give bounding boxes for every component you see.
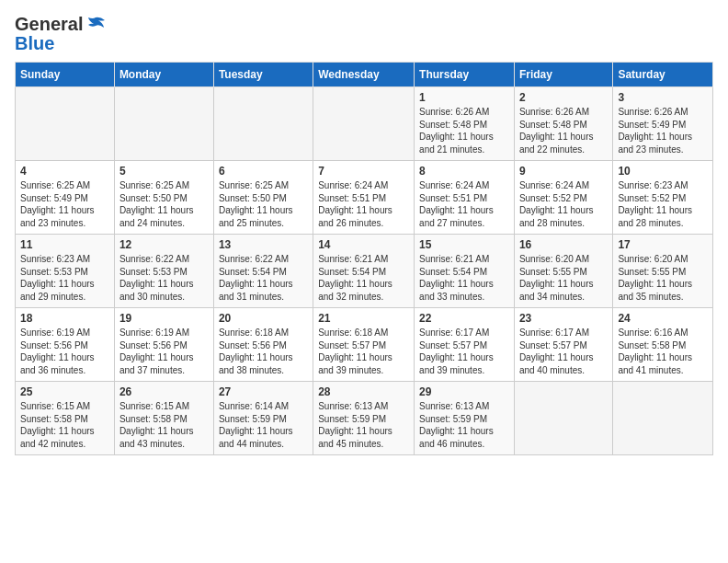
day-number: 7 [318, 165, 409, 178]
table-row: 16Sunrise: 6:20 AM Sunset: 5:55 PM Dayli… [514, 235, 612, 308]
day-number: 25 [20, 385, 109, 398]
day-number: 10 [618, 165, 708, 178]
day-number: 19 [119, 312, 209, 325]
cell-info: Sunrise: 6:14 AM Sunset: 5:59 PM Dayligh… [219, 400, 308, 450]
table-row: 11Sunrise: 6:23 AM Sunset: 5:53 PM Dayli… [16, 235, 115, 308]
day-number: 29 [419, 385, 509, 398]
calendar-body: 1Sunrise: 6:26 AM Sunset: 5:48 PM Daylig… [16, 87, 713, 455]
table-row [514, 382, 612, 455]
col-saturday: Saturday [613, 63, 713, 87]
cell-info: Sunrise: 6:18 AM Sunset: 5:56 PM Dayligh… [219, 327, 308, 376]
logo: General Blue [15, 15, 106, 54]
cell-info: Sunrise: 6:26 AM Sunset: 5:48 PM Dayligh… [519, 106, 608, 155]
day-number: 16 [519, 238, 608, 251]
table-row: 19Sunrise: 6:19 AM Sunset: 5:56 PM Dayli… [114, 308, 213, 382]
table-row [313, 87, 415, 161]
table-row [16, 87, 115, 161]
table-row [114, 87, 213, 161]
table-row: 3Sunrise: 6:26 AM Sunset: 5:49 PM Daylig… [613, 87, 713, 161]
cell-info: Sunrise: 6:13 AM Sunset: 5:59 PM Dayligh… [318, 400, 409, 450]
table-row: 10Sunrise: 6:23 AM Sunset: 5:52 PM Dayli… [613, 161, 713, 235]
col-wednesday: Wednesday [313, 63, 415, 87]
table-row: 14Sunrise: 6:21 AM Sunset: 5:54 PM Dayli… [313, 235, 415, 308]
table-row: 15Sunrise: 6:21 AM Sunset: 5:54 PM Dayli… [415, 235, 515, 308]
day-number: 17 [618, 238, 708, 251]
cell-info: Sunrise: 6:23 AM Sunset: 5:53 PM Dayligh… [20, 253, 109, 303]
cell-info: Sunrise: 6:19 AM Sunset: 5:56 PM Dayligh… [119, 327, 209, 376]
cell-info: Sunrise: 6:15 AM Sunset: 5:58 PM Dayligh… [119, 400, 209, 450]
page-header: General Blue [15, 15, 713, 54]
day-number: 21 [318, 312, 409, 325]
calendar-header: Sunday Monday Tuesday Wednesday Thursday… [16, 63, 713, 87]
day-number: 27 [219, 385, 308, 398]
table-row: 20Sunrise: 6:18 AM Sunset: 5:56 PM Dayli… [213, 308, 313, 382]
cell-info: Sunrise: 6:16 AM Sunset: 5:58 PM Dayligh… [618, 327, 708, 376]
day-number: 9 [519, 165, 608, 178]
day-number: 3 [618, 91, 708, 104]
table-row: 13Sunrise: 6:22 AM Sunset: 5:54 PM Dayli… [213, 235, 313, 308]
col-thursday: Thursday [415, 63, 515, 87]
day-number: 15 [419, 238, 509, 251]
calendar-table: Sunday Monday Tuesday Wednesday Thursday… [15, 62, 713, 455]
cell-info: Sunrise: 6:20 AM Sunset: 5:55 PM Dayligh… [618, 253, 708, 303]
cell-info: Sunrise: 6:18 AM Sunset: 5:57 PM Dayligh… [318, 327, 409, 376]
table-row: 22Sunrise: 6:17 AM Sunset: 5:57 PM Dayli… [415, 308, 515, 382]
cell-info: Sunrise: 6:15 AM Sunset: 5:58 PM Dayligh… [20, 400, 109, 450]
table-row: 5Sunrise: 6:25 AM Sunset: 5:50 PM Daylig… [114, 161, 213, 235]
day-number: 6 [219, 165, 308, 178]
col-tuesday: Tuesday [213, 63, 313, 87]
day-number: 18 [20, 312, 109, 325]
cell-info: Sunrise: 6:24 AM Sunset: 5:51 PM Dayligh… [419, 179, 509, 229]
table-row: 23Sunrise: 6:17 AM Sunset: 5:57 PM Dayli… [514, 308, 612, 382]
cell-info: Sunrise: 6:17 AM Sunset: 5:57 PM Dayligh… [419, 327, 509, 376]
day-number: 26 [119, 385, 209, 398]
cell-info: Sunrise: 6:13 AM Sunset: 5:59 PM Dayligh… [419, 400, 509, 450]
table-row: 21Sunrise: 6:18 AM Sunset: 5:57 PM Dayli… [313, 308, 415, 382]
table-row: 26Sunrise: 6:15 AM Sunset: 5:58 PM Dayli… [114, 382, 213, 455]
table-row [613, 382, 713, 455]
day-number: 1 [419, 91, 509, 104]
cell-info: Sunrise: 6:20 AM Sunset: 5:55 PM Dayligh… [519, 253, 608, 303]
cell-info: Sunrise: 6:21 AM Sunset: 5:54 PM Dayligh… [318, 253, 409, 303]
day-number: 13 [219, 238, 308, 251]
calendar-row: 1Sunrise: 6:26 AM Sunset: 5:48 PM Daylig… [16, 87, 713, 161]
day-number: 14 [318, 238, 409, 251]
table-row: 27Sunrise: 6:14 AM Sunset: 5:59 PM Dayli… [213, 382, 313, 455]
day-number: 24 [618, 312, 708, 325]
cell-info: Sunrise: 6:25 AM Sunset: 5:50 PM Dayligh… [219, 179, 308, 229]
col-friday: Friday [514, 63, 612, 87]
table-row: 7Sunrise: 6:24 AM Sunset: 5:51 PM Daylig… [313, 161, 415, 235]
table-row: 1Sunrise: 6:26 AM Sunset: 5:48 PM Daylig… [415, 87, 515, 161]
day-number: 4 [20, 165, 109, 178]
cell-info: Sunrise: 6:25 AM Sunset: 5:49 PM Dayligh… [20, 179, 109, 229]
cell-info: Sunrise: 6:19 AM Sunset: 5:56 PM Dayligh… [20, 327, 109, 376]
table-row: 28Sunrise: 6:13 AM Sunset: 5:59 PM Dayli… [313, 382, 415, 455]
cell-info: Sunrise: 6:22 AM Sunset: 5:54 PM Dayligh… [219, 253, 308, 303]
table-row: 12Sunrise: 6:22 AM Sunset: 5:53 PM Dayli… [114, 235, 213, 308]
table-row: 4Sunrise: 6:25 AM Sunset: 5:49 PM Daylig… [16, 161, 115, 235]
cell-info: Sunrise: 6:24 AM Sunset: 5:51 PM Dayligh… [318, 179, 409, 229]
table-row [213, 87, 313, 161]
cell-info: Sunrise: 6:17 AM Sunset: 5:57 PM Dayligh… [519, 327, 608, 376]
day-number: 5 [119, 165, 209, 178]
table-row: 9Sunrise: 6:24 AM Sunset: 5:52 PM Daylig… [514, 161, 612, 235]
cell-info: Sunrise: 6:22 AM Sunset: 5:53 PM Dayligh… [119, 253, 209, 303]
day-number: 28 [318, 385, 409, 398]
day-number: 2 [519, 91, 608, 104]
day-number: 12 [119, 238, 209, 251]
calendar-row: 25Sunrise: 6:15 AM Sunset: 5:58 PM Dayli… [16, 382, 713, 455]
table-row: 8Sunrise: 6:24 AM Sunset: 5:51 PM Daylig… [415, 161, 515, 235]
table-row: 24Sunrise: 6:16 AM Sunset: 5:58 PM Dayli… [613, 308, 713, 382]
table-row: 2Sunrise: 6:26 AM Sunset: 5:48 PM Daylig… [514, 87, 612, 161]
table-row: 29Sunrise: 6:13 AM Sunset: 5:59 PM Dayli… [415, 382, 515, 455]
table-row: 17Sunrise: 6:20 AM Sunset: 5:55 PM Dayli… [613, 235, 713, 308]
cell-info: Sunrise: 6:23 AM Sunset: 5:52 PM Dayligh… [618, 179, 708, 229]
cell-info: Sunrise: 6:26 AM Sunset: 5:48 PM Dayligh… [419, 106, 509, 155]
cell-info: Sunrise: 6:24 AM Sunset: 5:52 PM Dayligh… [519, 179, 608, 229]
table-row: 18Sunrise: 6:19 AM Sunset: 5:56 PM Dayli… [16, 308, 115, 382]
cell-info: Sunrise: 6:21 AM Sunset: 5:54 PM Dayligh… [419, 253, 509, 303]
calendar-row: 18Sunrise: 6:19 AM Sunset: 5:56 PM Dayli… [16, 308, 713, 382]
cell-info: Sunrise: 6:26 AM Sunset: 5:49 PM Dayligh… [618, 106, 708, 155]
day-number: 11 [20, 238, 109, 251]
header-row: Sunday Monday Tuesday Wednesday Thursday… [16, 63, 713, 87]
